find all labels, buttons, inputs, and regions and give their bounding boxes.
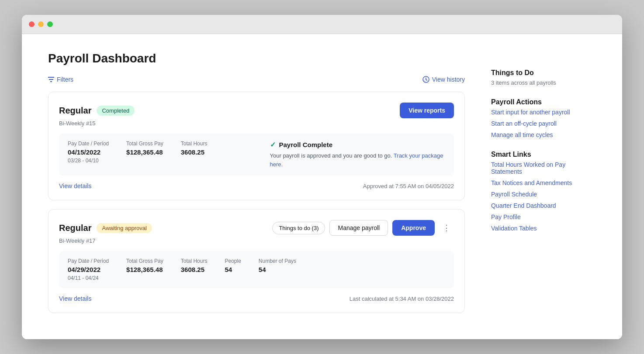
filter-icon bbox=[48, 77, 54, 82]
toolbar: Filters View history bbox=[48, 76, 465, 83]
payroll-card-1: Regular Completed View reports Bi-Weekly… bbox=[48, 92, 465, 200]
minimize-btn[interactable] bbox=[38, 21, 44, 27]
view-reports-button[interactable]: View reports bbox=[400, 103, 454, 118]
view-details-button-2[interactable]: View details bbox=[59, 295, 91, 302]
stat-value: 3608.25 bbox=[181, 148, 208, 156]
stat-value: $128,365.48 bbox=[126, 148, 163, 156]
approve-button[interactable]: Approve bbox=[392, 220, 435, 236]
sidebar-link-payroll-schedule[interactable]: Payroll Schedule bbox=[491, 191, 596, 198]
card-1-title-row: Regular Completed bbox=[59, 106, 135, 116]
card-2-type: Regular bbox=[59, 223, 91, 233]
stat-value: 3608.25 bbox=[181, 266, 208, 273]
stat-pay-date-1: Pay Date / Period 04/15/2022 03/28 - 04/… bbox=[68, 141, 109, 164]
stat-value: $128,365.48 bbox=[126, 266, 163, 273]
stat-value: 54 bbox=[225, 266, 241, 273]
page-content: Payroll Dashboard Filters View history bbox=[22, 34, 622, 339]
stat-label: People bbox=[225, 258, 241, 264]
sidebar-link-pay-profile[interactable]: Pay Profile bbox=[491, 213, 596, 220]
titlebar bbox=[22, 15, 622, 34]
sidebar-link-validation-tables[interactable]: Validation Tables bbox=[491, 225, 596, 232]
manage-payroll-button[interactable]: Manage payroll bbox=[329, 220, 388, 236]
card-2-actions: Things to do (3) Manage payroll Approve … bbox=[272, 220, 454, 236]
stat-total-hours-2: Total Hours 3608.25 bbox=[181, 258, 208, 281]
close-btn[interactable] bbox=[29, 21, 35, 27]
card-2-stats: Pay Date / Period 04/29/2022 04/11 - 04/… bbox=[68, 258, 445, 281]
card-2-title-row: Regular Awaiting approval bbox=[59, 223, 152, 233]
sidebar-link-time-cycles[interactable]: Manage all time cycles bbox=[491, 131, 596, 138]
check-icon: ✓ bbox=[270, 141, 276, 149]
sidebar-link-total-hours[interactable]: Total Hours Worked on Pay Statements bbox=[491, 161, 596, 175]
last-calculated-status: Last calculated at 5:34 AM on 03/28/2022 bbox=[350, 296, 454, 302]
payroll-actions-section: Payroll Actions Start input for another … bbox=[491, 98, 596, 138]
stat-label: Total Hours bbox=[181, 141, 208, 147]
card-1-stats: Pay Date / Period 04/15/2022 03/28 - 04/… bbox=[68, 141, 243, 164]
stat-label: Total Hours bbox=[181, 258, 208, 264]
card-1-footer: View details Approved at 7:55 AM on 04/0… bbox=[59, 182, 454, 189]
stat-label: Number of Pays bbox=[259, 258, 296, 264]
stat-sub: 03/28 - 04/10 bbox=[68, 158, 109, 164]
maximize-btn[interactable] bbox=[47, 21, 53, 27]
stat-gross-pay-2: Total Gross Pay $128,365.48 bbox=[126, 258, 163, 281]
card-1-badge: Completed bbox=[97, 106, 135, 116]
card-1-subtitle: Bi-Weekly #15 bbox=[59, 120, 454, 127]
stat-label: Pay Date / Period bbox=[68, 141, 109, 147]
sidebar-link-quarter-end[interactable]: Quarter End Dashboard bbox=[491, 202, 596, 209]
stat-sub: 04/11 - 04/24 bbox=[68, 275, 109, 281]
smart-links-section: Smart Links Total Hours Worked on Pay St… bbox=[491, 151, 596, 232]
card-2-body: Pay Date / Period 04/29/2022 04/11 - 04/… bbox=[59, 251, 454, 288]
things-to-do-title: Things to Do bbox=[491, 69, 596, 77]
payroll-complete-section: ✓ Payroll Complete Your payroll is appro… bbox=[261, 141, 446, 168]
card-2-header: Regular Awaiting approval Things to do (… bbox=[59, 220, 454, 236]
card-2-badge: Awaiting approval bbox=[97, 223, 152, 233]
main-area: Payroll Dashboard Filters View history bbox=[48, 52, 465, 322]
stat-label: Pay Date / Period bbox=[68, 258, 109, 264]
view-details-button-1[interactable]: View details bbox=[59, 182, 91, 189]
stat-label: Total Gross Pay bbox=[126, 141, 163, 147]
things-to-do-section: Things to Do 3 items across all payrolls bbox=[491, 69, 596, 86]
mac-window: Payroll Dashboard Filters View history bbox=[22, 15, 622, 339]
stat-value: 04/15/2022 bbox=[68, 148, 109, 156]
card-1-type: Regular bbox=[59, 106, 91, 116]
stat-total-hours-1: Total Hours 3608.25 bbox=[181, 141, 208, 164]
history-icon bbox=[422, 76, 429, 83]
payroll-complete-title: ✓ Payroll Complete bbox=[270, 141, 446, 149]
stat-label: Total Gross Pay bbox=[126, 258, 163, 264]
more-options-button[interactable]: ⋮ bbox=[439, 221, 454, 234]
sidebar-link-start-another[interactable]: Start input for another payroll bbox=[491, 109, 596, 116]
things-to-do-subtitle: 3 items across all payrolls bbox=[491, 79, 596, 86]
card-1-body: Pay Date / Period 04/15/2022 03/28 - 04/… bbox=[59, 134, 454, 175]
stat-pay-date-2: Pay Date / Period 04/29/2022 04/11 - 04/… bbox=[68, 258, 109, 281]
sidebar-link-tax-notices[interactable]: Tax Notices and Amendments bbox=[491, 179, 596, 186]
stat-value: 04/29/2022 bbox=[68, 266, 109, 273]
stat-people-2: People 54 bbox=[225, 258, 241, 281]
payroll-actions-title: Payroll Actions bbox=[491, 98, 596, 106]
card-2-subtitle: Bi-Weekly #17 bbox=[59, 237, 454, 244]
approved-status-1: Approved at 7:55 AM on 04/05/2022 bbox=[363, 183, 454, 189]
stat-number-pays-2: Number of Pays 54 bbox=[259, 258, 296, 281]
right-sidebar: Things to Do 3 items across all payrolls… bbox=[491, 52, 596, 322]
card-2-footer: View details Last calculated at 5:34 AM … bbox=[59, 295, 454, 302]
payroll-card-2: Regular Awaiting approval Things to do (… bbox=[48, 209, 465, 313]
smart-links-title: Smart Links bbox=[491, 151, 596, 158]
things-todo-button[interactable]: Things to do (3) bbox=[272, 222, 325, 234]
payroll-complete-desc: Your payroll is approved and you are goo… bbox=[270, 151, 446, 168]
page-title: Payroll Dashboard bbox=[48, 52, 465, 65]
view-history-button[interactable]: View history bbox=[422, 76, 465, 83]
stat-gross-pay-1: Total Gross Pay $128,365.48 bbox=[126, 141, 163, 164]
filters-button[interactable]: Filters bbox=[48, 76, 73, 83]
card-1-header: Regular Completed View reports bbox=[59, 103, 454, 118]
sidebar-link-off-cycle[interactable]: Start an off-cycle payroll bbox=[491, 120, 596, 127]
stat-value: 54 bbox=[259, 266, 296, 273]
